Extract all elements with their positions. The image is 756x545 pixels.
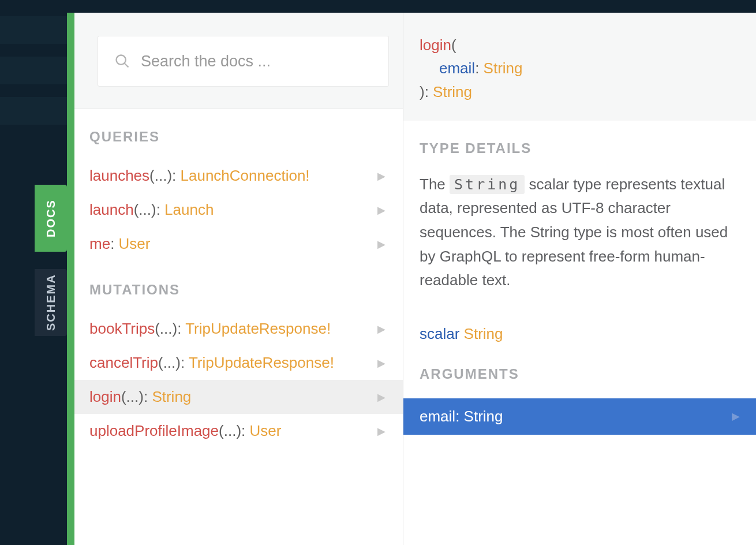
entry-type: Launch	[164, 201, 214, 218]
chevron-right-icon: ▶	[732, 410, 740, 423]
entry-fn: login	[89, 388, 121, 405]
tab-schema[interactable]: SCHEMA	[35, 269, 67, 336]
svg-line-1	[125, 64, 129, 68]
docs-detail-column: login( email: String ): String TYPE DETA…	[403, 13, 756, 545]
query-launch[interactable]: launch(...): Launch ▶	[74, 193, 403, 227]
entry-fn: launches	[89, 167, 149, 184]
signature-fn: login	[420, 36, 451, 54]
signature-param-name: email	[439, 59, 475, 77]
signature-block: login( email: String ): String	[403, 13, 756, 121]
svg-point-0	[117, 55, 126, 65]
argument-name: email	[420, 408, 455, 425]
side-tabs: DOCS SCHEMA	[35, 185, 67, 336]
query-me[interactable]: me: User ▶	[74, 227, 403, 261]
chevron-right-icon: ▶	[377, 238, 386, 251]
entry-fn: bookTrips	[89, 320, 155, 337]
entry-fn: launch	[89, 201, 134, 218]
entry-type: TripUpdateResponse!	[185, 320, 331, 337]
docs-panel: QUERIES launches(...): LaunchConnection!…	[74, 13, 756, 545]
schema-list: QUERIES launches(...): LaunchConnection!…	[74, 109, 403, 448]
scalar-keyword: scalar	[420, 325, 459, 342]
search-icon	[114, 53, 130, 69]
search-container	[74, 13, 403, 109]
entry-args: (...)	[149, 167, 172, 184]
mutation-login[interactable]: login(...): String ▶	[74, 380, 403, 414]
mutation-booktrips[interactable]: bookTrips(...): TripUpdateResponse! ▶	[74, 312, 403, 346]
entry-type: TripUpdateResponse!	[189, 354, 334, 371]
argument-email[interactable]: email: String ▶	[403, 398, 756, 435]
entry-fn: me	[89, 235, 110, 252]
entry-fn: cancelTrip	[89, 354, 158, 371]
signature-return-type: String	[433, 83, 472, 100]
docs-list-column: QUERIES launches(...): LaunchConnection!…	[74, 13, 403, 545]
entry-type: String	[152, 388, 191, 405]
search-input[interactable]	[141, 53, 372, 70]
heading-arguments: ARGUMENTS	[420, 366, 740, 382]
section-title-queries: QUERIES	[74, 129, 403, 159]
signature-param-type: String	[484, 59, 523, 77]
entry-type: User	[119, 235, 151, 252]
entry-type: User	[250, 422, 282, 439]
chevron-right-icon: ▶	[377, 425, 386, 438]
type-description: The String scalar type represents textua…	[420, 173, 740, 293]
chevron-right-icon: ▶	[377, 357, 386, 369]
entry-args: (...)	[155, 320, 177, 337]
scalar-definition: scalar String	[420, 325, 740, 343]
entry-args: (...)	[158, 354, 181, 371]
tab-docs[interactable]: DOCS	[35, 185, 67, 252]
chevron-right-icon: ▶	[377, 391, 386, 404]
entry-args: (...)	[121, 388, 144, 405]
scalar-type: String	[464, 325, 503, 342]
query-launches[interactable]: launches(...): LaunchConnection! ▶	[74, 159, 403, 193]
entry-args: (...)	[134, 201, 156, 218]
type-code: String	[450, 175, 525, 194]
heading-type-details: TYPE DETAILS	[420, 140, 740, 156]
entry-args: (...)	[219, 422, 241, 439]
mutation-uploadprofileimage[interactable]: uploadProfileImage(...): User ▶	[74, 414, 403, 448]
entry-fn: uploadProfileImage	[89, 422, 219, 439]
chevron-right-icon: ▶	[377, 170, 386, 182]
argument-type: String	[464, 408, 503, 425]
chevron-right-icon: ▶	[377, 204, 386, 216]
search-box[interactable]	[98, 36, 389, 87]
detail-body: TYPE DETAILS The String scalar type repr…	[403, 121, 756, 446]
entry-type: LaunchConnection!	[181, 167, 310, 184]
docs-accent-stripe	[67, 13, 74, 545]
section-title-mutations: MUTATIONS	[74, 282, 403, 312]
mutation-canceltrip[interactable]: cancelTrip(...): TripUpdateResponse! ▶	[74, 346, 403, 380]
chevron-right-icon: ▶	[377, 323, 386, 335]
